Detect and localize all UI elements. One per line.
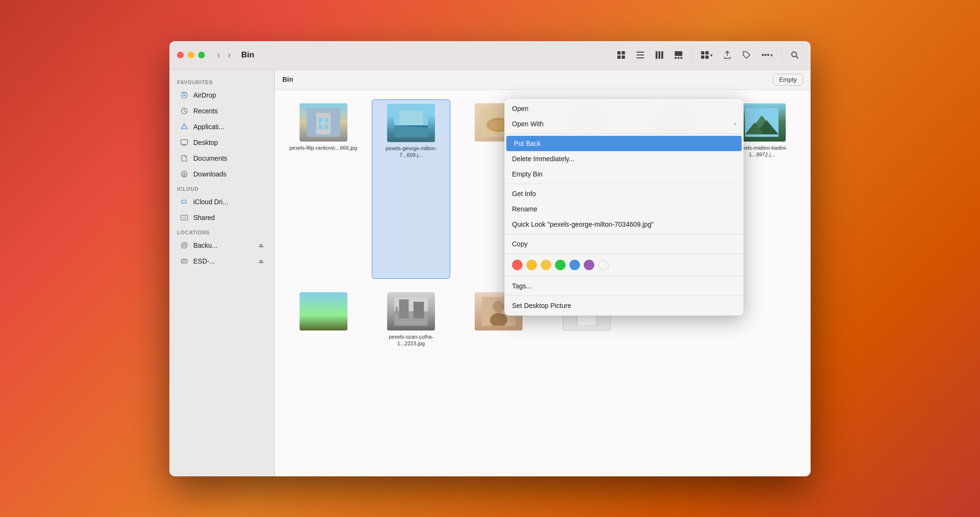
documents-icon [180,154,189,163]
color-tag-yellow[interactable] [541,260,551,270]
sidebar-item-icloud[interactable]: iCloud Dri... [172,194,271,209]
color-tag-purple[interactable] [584,260,594,270]
file-item-7[interactable] [284,288,362,467]
color-tag-blue[interactable] [569,260,580,270]
sidebar-item-downloads-label: Downloads [193,170,226,178]
svg-point-18 [792,52,797,57]
view-list-button[interactable] [632,48,648,62]
color-tag-orange[interactable] [526,260,537,270]
ctx-empty-bin[interactable]: Empty Bin [504,166,744,182]
svg-rect-1 [622,51,625,55]
sidebar-item-backup-label: Backu... [193,242,218,249]
search-icon [791,51,799,59]
icloud-icon [180,198,189,206]
file-thumb-1 [300,103,347,142]
tag-button[interactable] [738,48,755,62]
svg-rect-23 [181,140,188,144]
sidebar-item-desktop[interactable]: Desktop [172,135,271,150]
svg-rect-17 [705,55,709,59]
ctx-put-back[interactable]: Put Back [506,136,742,151]
recents-icon [180,107,189,115]
ctx-separator-4 [504,253,744,254]
sidebar-item-shared[interactable]: Shared [172,210,271,225]
more-chevron: ▾ [770,53,773,58]
sidebar-item-icloud-label: iCloud Dri... [193,198,228,206]
ctx-set-desktop[interactable]: Set Desktop Picture [504,298,744,313]
forward-button[interactable]: › [225,48,234,62]
columns-icon [655,51,664,59]
tag-icon [742,51,751,59]
group-button[interactable]: ▾ [697,48,716,62]
context-menu: Open Open With › Put Back Delete Immedia… [504,99,744,316]
svg-rect-33 [324,118,328,122]
sidebar-item-airdrop[interactable]: AirDrop [172,88,271,103]
svg-point-27 [183,244,186,246]
ctx-open-with[interactable]: Open With › [504,116,744,132]
svg-rect-9 [661,51,663,59]
sidebar-item-applications[interactable]: Applicati... [172,119,271,134]
ctx-open[interactable]: Open [504,101,744,116]
desktop-icon [180,138,189,147]
sidebar-section-locations: Locations [169,226,274,237]
title-bar: ‹ › Bin [169,41,811,70]
close-button[interactable] [177,52,184,58]
search-button[interactable] [787,48,803,62]
view-columns-button[interactable] [651,48,668,62]
view-gallery-button[interactable] [670,48,687,62]
sidebar-item-recents[interactable]: Recents [172,103,271,119]
content-area: Bin Empty p [275,70,811,476]
file-name-1: pexels-filip-rankovic...666.jpg [290,144,357,151]
file-item-8[interactable]: pexels-ozan-çulha-1...2223.jpg [372,288,450,467]
ctx-get-info[interactable]: Get Info [504,186,744,201]
back-button[interactable]: ‹ [214,48,223,62]
svg-rect-12 [678,57,679,59]
esd-icon [180,257,189,265]
ctx-separator-1 [504,133,744,134]
color-tag-none[interactable] [598,260,609,270]
ctx-rename[interactable]: Rename [504,201,744,217]
sidebar: Favourites AirDrop [169,70,275,476]
svg-rect-62 [395,307,398,312]
share-button[interactable] [719,48,735,62]
ctx-quick-look[interactable]: Quick Look "pexels-george-milton-7034609… [504,217,744,232]
sidebar-section-favourites: Favourites [169,76,274,87]
view-grid-button[interactable] [613,48,629,62]
ctx-copy-label: Copy [512,240,528,248]
eject-icon[interactable]: ⏏ [258,242,264,249]
ctx-delete-immediately[interactable]: Delete Immediately... [504,151,744,166]
mountain-thumbnail [745,108,779,137]
color-tag-green[interactable] [555,260,566,270]
svg-line-19 [796,56,799,59]
maximize-button[interactable] [198,52,205,58]
share-icon [723,51,732,59]
svg-rect-8 [658,51,660,59]
esd-eject-icon[interactable]: ⏏ [258,258,264,264]
finder-window: ‹ › Bin [169,41,811,476]
sidebar-item-backup[interactable]: Backu... ⏏ [172,238,271,253]
file-item-1[interactable]: pexels-filip-rankovic...666.jpg [284,99,362,279]
ctx-separator-3 [504,234,744,234]
traffic-lights [177,52,205,58]
svg-rect-5 [636,55,644,55]
empty-bin-button[interactable]: Empty [773,74,803,86]
sidebar-section-icloud: iCloud [169,182,274,194]
ctx-copy[interactable]: Copy [504,236,744,252]
file-thumb-8 [387,292,435,330]
breadcrumb: Bin [282,76,293,83]
more-button[interactable]: ••• ▾ [757,48,777,62]
group-icon [701,51,709,59]
minimize-button[interactable] [188,52,194,58]
svg-rect-7 [656,51,657,59]
ctx-separator-6 [504,296,744,296]
ctx-tags[interactable]: Tags... [504,278,744,294]
svg-rect-35 [324,124,328,129]
file-item-2[interactable]: pexels-george-milton-7...609.j... [372,99,450,279]
ctx-separator-5 [504,276,744,276]
sidebar-item-documents[interactable]: Documents [172,151,271,166]
content-header: Bin Empty [275,70,811,90]
file-thumb-7 [300,292,347,330]
color-tag-red[interactable] [512,260,523,270]
sidebar-item-esd[interactable]: ESD-... ⏏ [172,253,271,269]
sidebar-item-downloads[interactable]: Downloads [172,166,271,182]
group-chevron: ▾ [710,53,713,58]
